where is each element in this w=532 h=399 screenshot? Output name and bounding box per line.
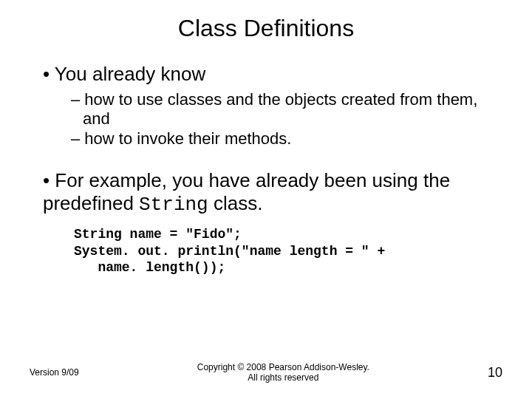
slide-title: Class Definitions: [30, 15, 502, 42]
copyright-line1: Copyright © 2008 Pearson Addison-Wesley.: [79, 362, 488, 372]
footer: Version 9/09 Copyright © 2008 Pearson Ad…: [30, 362, 502, 383]
bullet-text-post: class.: [208, 192, 263, 214]
bullet-you-already-know: You already know: [43, 63, 502, 86]
sub-bullet-use-classes: how to use classes and the objects creat…: [71, 90, 502, 129]
sub-bullet-invoke-methods: how to invoke their methods.: [71, 129, 502, 149]
copyright-line2: All rights reserved: [79, 372, 488, 383]
bullet-for-example: For example, you have already been using…: [43, 169, 502, 216]
footer-copyright: Copyright © 2008 Pearson Addison-Wesley.…: [79, 362, 488, 383]
inline-code-string: String: [139, 194, 208, 216]
code-block: String name = "Fido"; System. out. print…: [74, 226, 502, 276]
page-number: 10: [488, 365, 502, 381]
footer-version: Version 9/09: [30, 367, 79, 378]
